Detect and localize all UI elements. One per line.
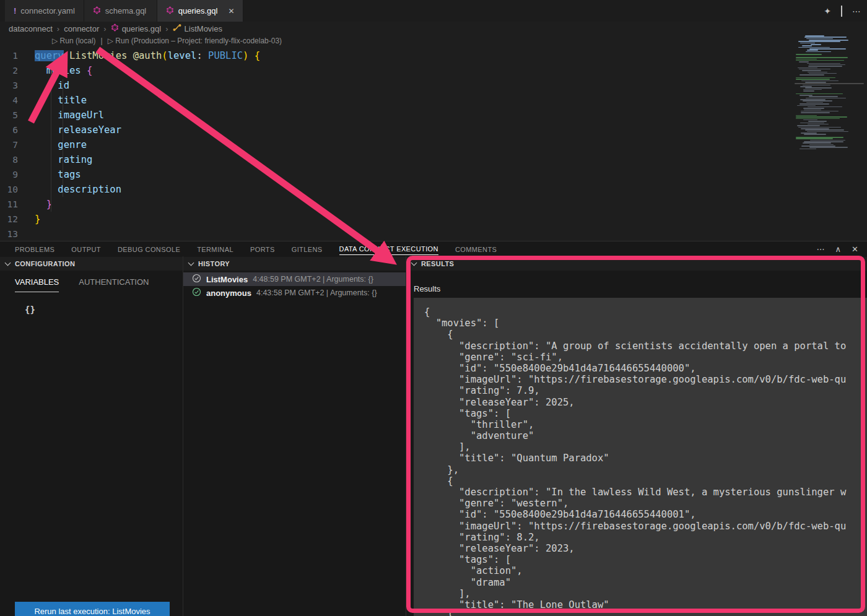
panel-tab-gitlens[interactable]: GITLENS (292, 243, 323, 255)
code-editor[interactable]: 1query ListMovies @auth(level: PUBLIC) {… (0, 48, 795, 241)
panel-tab-terminal[interactable]: TERMINAL (197, 243, 233, 255)
history-item-anonymous[interactable]: anonymous4:43:58 PM GMT+2 | Arguments: {… (183, 286, 406, 300)
minimap-bar (795, 83, 864, 84)
editor-code-line[interactable]: 3 id (0, 78, 795, 93)
code-lens: ▷ Run (local) | ▷ Run (Production – Proj… (52, 37, 282, 45)
results-json-line: "adventure" (424, 430, 867, 441)
code-text: tags (35, 169, 81, 180)
code-token: rating (35, 154, 92, 165)
panel-tab-data-connect-execution[interactable]: DATA CONNECT EXECUTION (339, 243, 438, 255)
editor-code-line[interactable]: 2 movies { (0, 63, 795, 78)
editor-code-line[interactable]: 13 (0, 227, 795, 241)
breadcrumb-item-connector[interactable]: connector (64, 24, 99, 33)
history-section-header[interactable]: HISTORY (183, 257, 406, 271)
chevron-down-icon (188, 259, 194, 266)
history-item-name: anonymous (206, 288, 251, 298)
results-section-header[interactable]: RESULTS (406, 257, 867, 271)
panel-tab-bar: PROBLEMSOUTPUTDEBUG CONSOLETERMINALPORTS… (0, 241, 867, 257)
results-json-line: { (424, 329, 867, 340)
sparkle-icon[interactable]: ✦ (824, 6, 831, 16)
editor-code-line[interactable]: 6 releaseYear (0, 123, 795, 137)
close-panel-icon[interactable]: ✕ (852, 245, 858, 254)
configuration-tab-authentication[interactable]: AUTHENTICATION (79, 277, 149, 292)
editor-code-line[interactable]: 11 } (0, 197, 795, 212)
breadcrumb-item-listmovies[interactable]: ListMovies (173, 24, 222, 33)
minimap-bar (798, 41, 841, 42)
more-actions-icon[interactable]: ⋯ (852, 6, 861, 16)
line-number: 7 (0, 140, 35, 150)
configuration-section-header[interactable]: CONFIGURATION (0, 257, 183, 271)
run-local-link[interactable]: ▷ Run (local) (52, 37, 96, 45)
minimap-bar (796, 77, 835, 79)
minimap-bar (803, 90, 814, 92)
minimap-bar (800, 43, 816, 44)
editor-code-line[interactable]: 8 rating (0, 152, 795, 167)
editor-tab-schema-gql[interactable]: schema.gql (84, 0, 157, 22)
close-icon[interactable]: ✕ (228, 7, 234, 15)
breadcrumb-separator: › (103, 24, 106, 33)
line-number: 9 (0, 170, 35, 180)
editor-code-line[interactable]: 9 tags (0, 167, 795, 182)
breadcrumb-item-queries-gql[interactable]: queries.gql (111, 24, 162, 33)
editor-code-line[interactable]: 5 imageUrl (0, 108, 795, 123)
minimap-bar (803, 89, 822, 90)
code-token: tags (35, 169, 81, 180)
code-token: description (35, 184, 121, 195)
code-token: { (248, 50, 260, 61)
code-token: query (35, 50, 64, 61)
breadcrumb-label: queries.gql (122, 24, 162, 33)
results-json-line: "tags": [ (424, 554, 867, 565)
code-text: rating (35, 154, 92, 165)
code-text: genre (35, 139, 87, 150)
breadcrumb-item-dataconnect[interactable]: dataconnect (9, 24, 53, 33)
minimap-bar (803, 85, 831, 86)
editor-tab-connector-yaml[interactable]: !connector.yaml (5, 0, 84, 22)
panel-column-divider[interactable] (406, 256, 406, 616)
split-editor-icon[interactable] (841, 6, 842, 16)
results-json-line: "id": "550e8400e29b41d4a716446655440001"… (424, 509, 867, 520)
code-text: releaseYear (35, 124, 121, 136)
minimap-bar (799, 69, 830, 70)
editor-tab-queries-gql[interactable]: queries.gql✕ (157, 0, 244, 22)
editor-code-line[interactable]: 1query ListMovies @auth(level: PUBLIC) { (0, 48, 795, 63)
configuration-tab-variables[interactable]: VARIABLES (15, 277, 59, 292)
warning-icon: ! (14, 6, 16, 15)
minimap-bar (796, 138, 833, 139)
line-number: 11 (0, 199, 35, 209)
panel-tab-debug-console[interactable]: DEBUG CONSOLE (118, 243, 180, 255)
editor-code-line[interactable]: 12} (0, 212, 795, 227)
rerun-last-execution-button[interactable]: Rerun last execution: ListMovies (15, 602, 170, 616)
results-json-line: "releaseYear": 2023, (424, 543, 867, 554)
check-circle-icon (192, 274, 201, 285)
minimap-bar (806, 38, 833, 40)
panel-tab-output[interactable]: OUTPUT (71, 243, 101, 255)
editor-code-line[interactable]: 10 description (0, 182, 795, 197)
code-token: : (196, 50, 202, 61)
panel-tab-problems[interactable]: PROBLEMS (15, 243, 54, 255)
minimap[interactable] (795, 35, 864, 153)
minimap-bar (803, 108, 824, 109)
minimap-bar (798, 47, 830, 48)
editor-code-line[interactable]: 4 title (0, 93, 795, 108)
minimap-bar (801, 111, 838, 112)
run-production-link[interactable]: ▷ Run (Production – Project: friendly-fl… (108, 37, 282, 45)
code-token: } (35, 199, 52, 210)
run-icon: ▷ (108, 37, 113, 45)
more-actions-icon[interactable]: ⋯ (817, 245, 825, 254)
minimap-bar (804, 134, 826, 135)
operation-icon (173, 24, 181, 33)
minimap-bar (810, 140, 845, 141)
minimap-bar (800, 86, 812, 87)
maximize-panel-icon[interactable]: ∧ (835, 245, 842, 254)
panel-column-divider[interactable] (183, 256, 183, 616)
editor-code-line[interactable]: 7 genre (0, 137, 795, 152)
variables-value[interactable]: {} (25, 305, 35, 315)
minimap-bar (808, 66, 842, 67)
panel-tab-ports[interactable]: PORTS (250, 243, 275, 255)
minimap-bar (808, 124, 829, 125)
history-item-listmovies[interactable]: ListMovies4:48:59 PM GMT+2 | Arguments: … (183, 272, 406, 286)
results-json-viewer[interactable]: { "movies": [ { "description": "A group … (414, 298, 867, 616)
minimap-bar (809, 48, 846, 50)
minimap-bar (797, 125, 820, 126)
panel-tab-comments[interactable]: COMMENTS (455, 243, 497, 255)
